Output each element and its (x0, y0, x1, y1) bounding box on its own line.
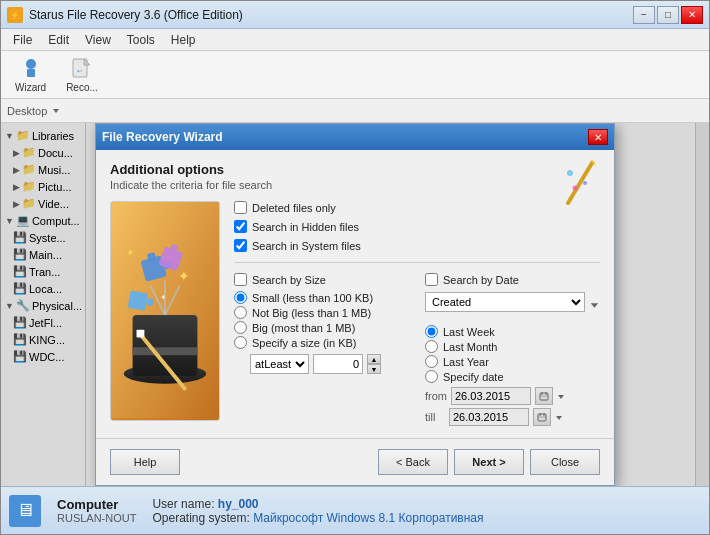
date-specify-radio[interactable] (425, 370, 438, 383)
svg-marker-41 (556, 416, 562, 420)
date-from-calendar-button[interactable] (535, 387, 553, 405)
size-column: Search by Size Small (less than 100 KB) … (234, 273, 409, 426)
dialog-body: Additional options Indicate the criteria… (96, 150, 614, 438)
help-button[interactable]: Help (110, 449, 180, 475)
svg-text:✦: ✦ (160, 293, 167, 302)
menu-view[interactable]: View (77, 31, 119, 49)
svg-line-7 (568, 163, 592, 203)
svg-marker-31 (591, 303, 598, 308)
wizard-image-svg: ✦ ✦ ✦ (111, 201, 219, 420)
date-lastyear-label: Last Year (443, 356, 489, 368)
minimize-button[interactable]: − (633, 6, 655, 24)
nav-buttons: < Back Next > Close (378, 449, 600, 475)
svg-point-9 (567, 170, 573, 176)
size-small-label: Small (less than 100 KB) (252, 292, 373, 304)
search-system-checkbox[interactable] (234, 239, 247, 252)
recover-button[interactable]: ↩ Reco... (58, 52, 106, 97)
size-big-row: Big (most than 1 MB) (234, 320, 409, 335)
search-by-size-checkbox[interactable] (234, 273, 247, 286)
wand-icon (560, 158, 600, 208)
title-bar-buttons: − □ ✕ (633, 6, 703, 24)
menu-tools[interactable]: Tools (119, 31, 163, 49)
dialog-overlay: File Recovery Wizard ✕ (1, 123, 709, 486)
menu-file[interactable]: File (5, 31, 40, 49)
dialog-close-button[interactable]: ✕ (588, 129, 608, 145)
back-button[interactable]: < Back (378, 449, 448, 475)
dialog-additional-options-title: Additional options (110, 162, 600, 177)
content-area: ▼ 📁 Libraries ▶ 📁 Docu... ▶ 📁 Musi... ▶ … (1, 123, 709, 486)
size-specify-label: Specify a size (in KB) (252, 337, 357, 349)
menu-edit[interactable]: Edit (40, 31, 77, 49)
main-window: ⚡ Starus File Recovery 3.6 (Office Editi… (0, 0, 710, 535)
search-by-date-checkbox[interactable] (425, 273, 438, 286)
size-specify-radio[interactable] (234, 336, 247, 349)
search-hidden-checkbox[interactable] (234, 220, 247, 233)
username-row: User name: hy_000 (152, 497, 483, 511)
computer-status-icon: 🖥 (9, 495, 41, 527)
date-column: Search by Date Created Modified Accessed (425, 273, 600, 426)
wizard-label: Wizard (15, 82, 46, 93)
username-prefix: User name: (152, 497, 214, 511)
size-notbig-radio[interactable] (234, 306, 247, 319)
dialog-header-subtitle: Indicate the criteria for file search (110, 179, 600, 191)
search-hidden-label: Search in Hidden files (252, 221, 359, 233)
next-button[interactable]: Next > (454, 449, 524, 475)
date-lastweek-radio[interactable] (425, 325, 438, 338)
date-lastmonth-radio[interactable] (425, 340, 438, 353)
date-from-dropdown-icon (557, 392, 565, 400)
options-panel: Deleted files only Search in Hidden file… (234, 201, 600, 426)
wizard-button[interactable]: Wizard (7, 52, 54, 97)
recover-label: Reco... (66, 82, 98, 93)
date-type-select[interactable]: Created Modified Accessed (425, 292, 585, 312)
search-system-row: Search in System files (234, 239, 600, 252)
close-button[interactable]: Close (530, 449, 600, 475)
dialog-footer: Help < Back Next > Close (96, 438, 614, 485)
date-till-input[interactable] (449, 408, 529, 426)
maximize-button[interactable]: □ (657, 6, 679, 24)
svg-rect-15 (133, 347, 198, 355)
address-bar: Desktop (1, 99, 709, 123)
svg-rect-23 (128, 290, 148, 310)
date-lastweek-row: Last Week (425, 324, 600, 339)
date-lastyear-radio[interactable] (425, 355, 438, 368)
size-value-input[interactable] (313, 354, 363, 374)
date-specify-label: Specify date (443, 371, 504, 383)
search-by-date-label: Search by Date (443, 274, 519, 286)
date-till-calendar-button[interactable] (533, 408, 551, 426)
deleted-files-row: Deleted files only (234, 201, 600, 214)
size-spin-down[interactable]: ▼ (367, 364, 381, 374)
dialog-title: File Recovery Wizard (102, 130, 223, 144)
wizard-icon (19, 56, 43, 80)
svg-text:✦: ✦ (178, 269, 190, 284)
window-close-button[interactable]: ✕ (681, 6, 703, 24)
size-specify-row: Specify a size (in KB) (234, 335, 409, 350)
wizard-illustration: ✦ ✦ ✦ (110, 201, 220, 421)
date-from-input[interactable] (451, 387, 531, 405)
date-specify-row: Specify date (425, 369, 600, 384)
deleted-files-checkbox[interactable] (234, 201, 247, 214)
search-by-date-row: Search by Date (425, 273, 600, 286)
os-value: Майкрософт Windows 8.1 Корпоративная (253, 511, 483, 525)
svg-point-2 (26, 59, 36, 69)
date-till-row: till (425, 408, 600, 426)
size-notbig-row: Not Big (less than 1 MB) (234, 305, 409, 320)
title-bar-left: ⚡ Starus File Recovery 3.6 (Office Editi… (7, 7, 243, 23)
dialog-title-bar: File Recovery Wizard ✕ (96, 124, 614, 150)
app-icon: ⚡ (7, 7, 23, 23)
size-qualifier-select[interactable]: atLeast atMost exact (250, 354, 309, 374)
date-till-label: till (425, 411, 445, 423)
svg-point-11 (573, 186, 578, 191)
size-spin-up[interactable]: ▲ (367, 354, 381, 364)
date-lastweek-label: Last Week (443, 326, 495, 338)
file-recovery-wizard-dialog: File Recovery Wizard ✕ (95, 123, 615, 486)
svg-marker-36 (558, 395, 564, 399)
two-col-section: Search by Size Small (less than 100 KB) … (234, 273, 600, 426)
date-lastyear-row: Last Year (425, 354, 600, 369)
recover-icon: ↩ (70, 56, 94, 80)
menu-bar: File Edit View Tools Help (1, 29, 709, 51)
os-prefix: Operating system: (152, 511, 249, 525)
status-bar: 🖥 Computer RUSLAN-NOUT User name: hy_000… (1, 486, 709, 534)
size-big-radio[interactable] (234, 321, 247, 334)
menu-help[interactable]: Help (163, 31, 204, 49)
size-small-radio[interactable] (234, 291, 247, 304)
